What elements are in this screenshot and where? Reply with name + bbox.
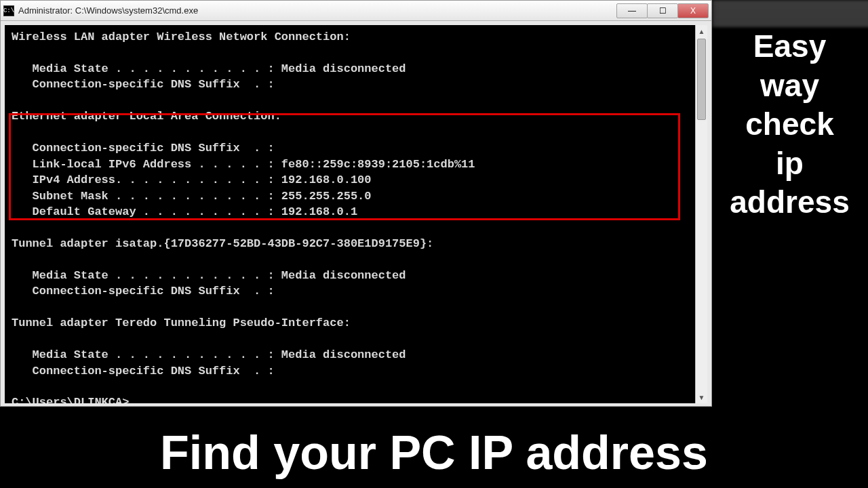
terminal-output: Wireless LAN adapter Wireless Network Co… (5, 25, 707, 403)
cmd-window: C:\ Administrator: C:\Windows\system32\c… (0, 0, 712, 407)
window-title: Administrator: C:\Windows\system32\cmd.e… (18, 5, 617, 16)
background-blur (712, 0, 868, 27)
minimize-button[interactable]: — (616, 3, 648, 18)
bottom-caption: Find your PC IP address (41, 426, 827, 480)
window-controls: — ☐ X (617, 3, 709, 18)
scroll-up-icon[interactable]: ▲ (696, 25, 707, 37)
side-caption: Easywaycheckipaddress (717, 27, 863, 222)
scroll-down-icon[interactable]: ▼ (696, 391, 707, 403)
cmd-icon: C:\ (3, 5, 14, 16)
scrollbar[interactable]: ▲ ▼ (695, 25, 707, 403)
terminal-area[interactable]: Wireless LAN adapter Wireless Network Co… (5, 25, 707, 403)
titlebar[interactable]: C:\ Administrator: C:\Windows\system32\c… (1, 1, 711, 21)
maximize-button[interactable]: ☐ (647, 3, 678, 18)
scroll-thumb[interactable] (697, 39, 706, 120)
close-button[interactable]: X (677, 3, 709, 18)
